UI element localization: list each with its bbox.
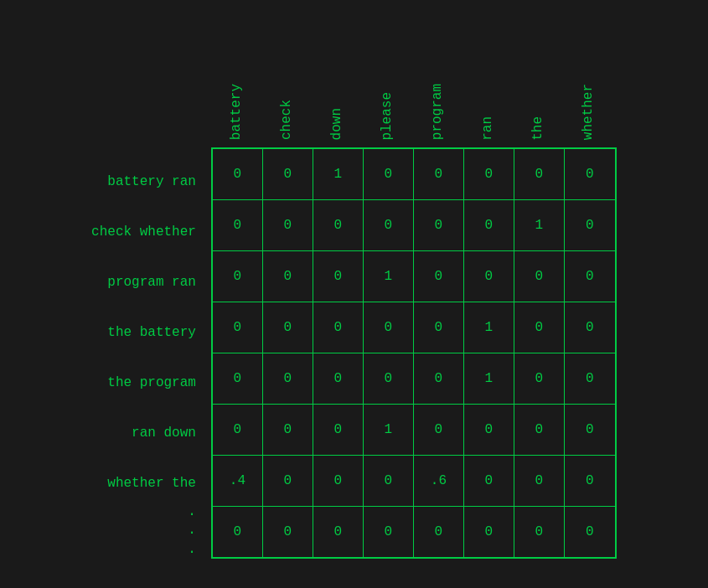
cell-1-2: 0 — [313, 200, 364, 250]
row-label-4: the program — [107, 358, 204, 408]
matrix-area: batterycheckdownpleaseprogramranthewheth… — [211, 30, 617, 559]
cell-5-3: 1 — [364, 405, 414, 455]
cell-2-5: 0 — [464, 251, 514, 302]
row-label-1: check whether — [91, 207, 204, 257]
cell-3-1: 0 — [263, 302, 313, 353]
cell-7-4: 0 — [414, 507, 464, 557]
cell-0-3: 0 — [364, 149, 414, 199]
cell-0-4: 0 — [414, 149, 464, 199]
cell-0-7: 0 — [565, 149, 615, 199]
cell-2-3: 1 — [364, 251, 414, 302]
col-header-check: check — [261, 30, 312, 147]
cell-2-6: 0 — [514, 251, 565, 302]
cell-7-6: 0 — [514, 507, 565, 557]
cell-2-4: 0 — [414, 251, 464, 302]
grid-row-4: 00000100 — [213, 353, 615, 405]
row-label-2: program ran — [107, 257, 204, 307]
cell-3-4: 0 — [414, 302, 464, 353]
matrix-wrapper: battery rancheck whetherprogram ranthe b… — [91, 30, 617, 559]
cell-0-5: 0 — [464, 149, 514, 199]
cell-0-0: 0 — [213, 149, 263, 199]
cell-5-5: 0 — [464, 405, 514, 455]
cell-3-2: 0 — [313, 302, 364, 353]
row-label-6: whether the — [107, 458, 204, 508]
cell-7-5: 0 — [464, 507, 514, 557]
cell-3-3: 0 — [364, 302, 414, 353]
cell-3-5: 1 — [464, 302, 514, 353]
cell-6-6: 0 — [514, 456, 565, 506]
col-header-please: please — [362, 30, 412, 147]
main-container: battery rancheck whetherprogram ranthe b… — [75, 13, 633, 575]
cell-5-1: 0 — [263, 405, 313, 455]
cell-5-0: 0 — [213, 405, 263, 455]
grid-row-1: 00000010 — [213, 200, 615, 251]
cell-2-1: 0 — [263, 251, 313, 302]
cell-6-5: 0 — [464, 456, 514, 506]
cell-6-1: 0 — [263, 456, 313, 506]
cell-4-5: 1 — [464, 353, 514, 404]
col-header-whether: whether — [563, 30, 613, 147]
cell-4-2: 0 — [313, 353, 364, 404]
cell-3-6: 0 — [514, 302, 565, 353]
cell-2-0: 0 — [213, 251, 263, 302]
grid-row-7: 00000000 — [213, 507, 615, 557]
col-header-down: down — [312, 30, 362, 147]
grid-row-3: 00000100 — [213, 302, 615, 353]
col-header-program: program — [412, 30, 463, 147]
cell-7-7: 0 — [565, 507, 615, 557]
cell-4-0: 0 — [213, 353, 263, 404]
col-headers: batterycheckdownpleaseprogramranthewheth… — [211, 30, 617, 147]
cell-3-7: 0 — [565, 302, 615, 353]
cell-1-3: 0 — [364, 200, 414, 250]
cell-5-7: 0 — [565, 405, 615, 455]
cell-6-7: 0 — [565, 456, 615, 506]
grid-row-6: .4000.6000 — [213, 456, 615, 507]
cell-2-7: 0 — [565, 251, 615, 302]
cell-1-0: 0 — [213, 200, 263, 250]
row-label-0: battery ran — [107, 157, 204, 207]
cell-0-1: 0 — [263, 149, 313, 199]
cell-6-3: 0 — [364, 456, 414, 506]
row-label-7: ··· — [188, 508, 204, 559]
cell-4-7: 0 — [565, 353, 615, 404]
cell-7-0: 0 — [213, 507, 263, 557]
cell-6-4: .6 — [414, 456, 464, 506]
grid-row-0: 00100000 — [213, 149, 615, 200]
cell-0-2: 1 — [313, 149, 364, 199]
cell-4-6: 0 — [514, 353, 565, 404]
cell-1-5: 0 — [464, 200, 514, 250]
row-label-3: the battery — [107, 307, 204, 358]
row-label-5: ran down — [132, 408, 204, 458]
cell-0-6: 0 — [514, 149, 565, 199]
col-header-battery: battery — [211, 30, 261, 147]
grid-row-5: 00010000 — [213, 405, 615, 456]
cell-1-6: 1 — [514, 200, 565, 250]
cell-1-1: 0 — [263, 200, 313, 250]
cell-7-3: 0 — [364, 507, 414, 557]
cell-4-1: 0 — [263, 353, 313, 404]
cell-7-1: 0 — [263, 507, 313, 557]
grid-row-2: 00010000 — [213, 251, 615, 302]
cell-3-0: 0 — [213, 302, 263, 353]
cell-4-4: 0 — [414, 353, 464, 404]
cell-6-2: 0 — [313, 456, 364, 506]
matrix-grid: 0010000000000010000100000000010000000100… — [211, 147, 617, 559]
cell-5-2: 0 — [313, 405, 364, 455]
cell-6-0: .4 — [213, 456, 263, 506]
row-labels: battery rancheck whetherprogram ranthe b… — [91, 39, 204, 559]
cell-7-2: 0 — [313, 507, 364, 557]
cell-2-2: 0 — [313, 251, 364, 302]
col-header-the: the — [513, 30, 563, 147]
col-header-ran: ran — [463, 30, 513, 147]
cell-4-3: 0 — [364, 353, 414, 404]
cell-5-4: 0 — [414, 405, 464, 455]
cell-5-6: 0 — [514, 405, 565, 455]
cell-1-4: 0 — [414, 200, 464, 250]
cell-1-7: 0 — [565, 200, 615, 250]
